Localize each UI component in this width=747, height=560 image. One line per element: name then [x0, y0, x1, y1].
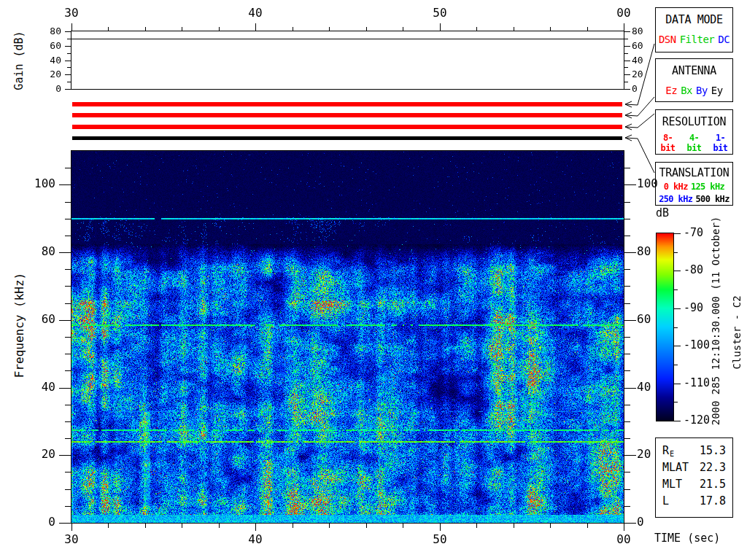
antenna-bx: Bx: [681, 85, 692, 96]
data-mode-title: DATA MODE: [656, 13, 732, 26]
time-minor-tick-top: [366, 27, 367, 31]
gain-tick-label-left: 0: [18, 84, 61, 93]
freq-major-tick-left: [59, 184, 71, 185]
colorbar-major-tick: [674, 233, 681, 234]
time-major-tick-top: [255, 23, 256, 31]
gain-minor-tick-right: [624, 39, 628, 39]
gain-major-tick-right: [624, 46, 630, 47]
time-minor-tick-top: [329, 27, 330, 31]
translation-box: TRANSLATION 0 kHz 125 kHz 250 kHz 500 kH…: [655, 162, 733, 206]
time-minor-tick-bottom: [476, 524, 477, 528]
resolution-1bit: 1-bit: [708, 133, 732, 153]
freq-minor-tick-left: [65, 405, 71, 405]
gain-tick-label-left: 60: [18, 41, 61, 50]
freq-minor-tick-right: [624, 370, 630, 371]
gain-tick-label-left: 40: [18, 55, 61, 65]
freq-major-tick-right: [624, 523, 636, 524]
gain-minor-tick-left: [67, 82, 71, 82]
ephemeris-label: RE: [662, 444, 673, 457]
translation-title: TRANSLATION: [656, 166, 732, 179]
time-major-tick-bottom: [71, 524, 72, 531]
time-minor-tick-bottom: [514, 524, 514, 528]
freq-minor-tick-left: [65, 506, 71, 507]
antenna-bar: [72, 113, 622, 117]
gain-minor-tick-left: [67, 67, 71, 68]
ephemeris-value: 21.5: [700, 478, 726, 491]
freq-minor-tick-left: [65, 421, 71, 422]
time-minor-tick-bottom: [108, 524, 109, 528]
ephemeris-label: MLT: [662, 478, 682, 491]
antenna-ey: Ey: [711, 85, 723, 96]
time-minor-tick-top: [145, 27, 146, 31]
freq-tick-label-right: 100: [637, 178, 658, 190]
freq-minor-tick-left: [65, 489, 71, 490]
data-mode-bar: [72, 102, 622, 106]
antenna-title: ANTENNA: [656, 64, 732, 77]
freq-major-tick-left: [59, 252, 71, 253]
freq-minor-tick-left: [65, 303, 71, 304]
ephemeris-value: 17.8: [700, 494, 726, 508]
freq-minor-tick-right: [624, 405, 630, 405]
data-mode-filter: Filter: [680, 34, 715, 45]
gain-minor-tick-right: [624, 67, 628, 68]
time-minor-tick-top: [293, 27, 293, 31]
freq-major-tick-right: [624, 320, 636, 321]
translation-bar: [72, 136, 622, 140]
gain-major-tick-right: [624, 61, 630, 61]
colorbar-minor-tick: [674, 365, 678, 365]
colorbar-tick-label: -110: [684, 378, 710, 389]
freq-minor-tick-left: [65, 202, 71, 203]
data-mode-box: DATA MODE DSN Filter DC: [655, 7, 733, 52]
gain-major-tick-left: [65, 46, 71, 47]
gain-tick-label-left: 20: [18, 69, 61, 79]
time-minor-tick-bottom: [550, 524, 551, 528]
antenna-by: By: [696, 85, 708, 96]
translation-values-row2: 250 kHz 500 kHz: [656, 194, 732, 204]
time-minor-tick-bottom: [366, 524, 367, 528]
time-tick-label-bottom: 30: [42, 534, 101, 545]
translation-250khz: 250 kHz: [659, 194, 692, 204]
colorbar-gradient: [657, 233, 673, 421]
colorbar-tick-label: -90: [684, 303, 703, 314]
ephemeris-label: MLAT: [662, 461, 689, 474]
freq-minor-tick-right: [624, 421, 630, 422]
resolution-4bit: 4-bit: [682, 133, 706, 153]
colorbar-major-tick: [674, 271, 681, 271]
colorbar-unit-label: dB: [656, 208, 669, 219]
ephemeris-row-mlat: MLAT 22.3: [656, 459, 732, 475]
gain-tick-label-right: 60: [632, 41, 643, 50]
freq-minor-tick-right: [624, 236, 630, 236]
freq-tick-label-left: 100: [12, 178, 55, 190]
gain-minor-tick-right: [624, 82, 628, 82]
time-axis-title: TIME (sec): [654, 533, 720, 544]
translation-values-row1: 0 kHz 125 kHz: [656, 182, 732, 192]
freq-minor-tick-right: [624, 337, 630, 338]
gain-minor-tick-left: [67, 53, 71, 54]
freq-minor-tick-left: [65, 219, 71, 219]
colorbar-minor-tick: [674, 289, 678, 290]
antenna-ez: Ez: [665, 85, 677, 96]
time-minor-tick-top: [219, 27, 220, 31]
arrow-left-icon: [625, 97, 654, 118]
time-tick-label-top: 50: [411, 7, 469, 19]
colorbar-major-tick: [674, 346, 681, 346]
time-major-tick-bottom: [255, 524, 256, 531]
time-minor-tick-bottom: [219, 524, 220, 528]
colorbar-minor-tick: [674, 252, 678, 253]
freq-tick-label-right: 20: [637, 448, 651, 460]
freq-tick-label-right: 0: [637, 516, 644, 528]
gain-tick-label-right: 80: [632, 26, 643, 36]
freq-minor-tick-left: [65, 337, 71, 338]
freq-major-tick-left: [59, 320, 71, 321]
gain-major-tick-right: [624, 89, 630, 90]
data-mode-dsn: DSN: [659, 34, 676, 45]
frequency-axis-label: Frequency (kHz): [14, 273, 26, 378]
freq-minor-tick-right: [624, 286, 630, 287]
freq-minor-tick-left: [65, 286, 71, 287]
gain-minor-tick-left: [67, 39, 71, 39]
time-minor-tick-bottom: [145, 524, 146, 528]
gain-major-tick-left: [65, 61, 71, 61]
gain-tick-label-right: 40: [632, 55, 643, 65]
gain-major-tick-left: [65, 74, 71, 75]
time-minor-tick-bottom: [182, 524, 182, 528]
